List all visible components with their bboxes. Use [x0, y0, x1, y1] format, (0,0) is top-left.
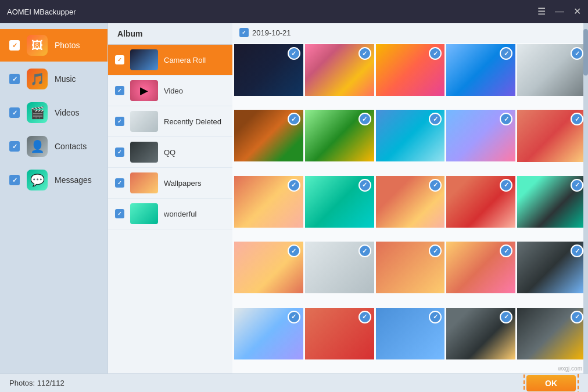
scrollbar[interactable]	[583, 23, 588, 373]
wonderful-thumbnail	[130, 203, 158, 224]
video-thumbnail: ▶	[130, 80, 158, 101]
photo-cell[interactable]: ✓	[376, 176, 445, 228]
camera-roll-label: Camera Roll	[164, 56, 225, 64]
photo-cell[interactable]: ✓	[305, 308, 374, 359]
photo-cell[interactable]: ✓	[376, 308, 445, 359]
recently-deleted-label: Recently Deleted	[164, 117, 225, 126]
recently-deleted-thumbnail	[130, 111, 158, 132]
photo-cell[interactable]: ✓	[376, 44, 445, 96]
videos-check-icon: ✓	[9, 107, 20, 118]
album-item-camera-roll[interactable]: ✓ Camera Roll	[108, 45, 232, 75]
music-app-icon: 🎵	[27, 69, 48, 89]
qq-thumbnail	[130, 142, 158, 163]
photo-cell[interactable]: ✓	[234, 44, 303, 96]
minimize-button[interactable]: —	[555, 7, 564, 16]
date-select-all-checkbox[interactable]: ✓	[239, 28, 249, 37]
album-item-wonderful[interactable]: ✓ wonderful	[108, 199, 232, 229]
photo-check-badge: ✓	[288, 244, 300, 257]
date-label: 2019-10-21	[252, 28, 291, 37]
photo-cell[interactable]: ✓	[234, 110, 303, 161]
photo-cell[interactable]: ✓	[517, 44, 586, 96]
album-item-wallpapers[interactable]: ✓ Wallpapers	[108, 168, 232, 199]
music-check-icon: ✓	[9, 74, 20, 84]
album-panel: Album ✓ Camera Roll ✓ ▶ Video	[107, 23, 232, 373]
ok-button-wrapper: OK	[524, 372, 579, 393]
wallpapers-label: Wallpapers	[164, 179, 225, 188]
sidebar-item-music[interactable]: ✓ 🎵 Music	[0, 63, 107, 95]
photo-check-badge: ✓	[358, 113, 371, 125]
photo-cell[interactable]: ✓	[305, 242, 374, 293]
title-bar: AOMEI MBackupper ☰ — ✕	[0, 0, 588, 23]
menu-icon[interactable]: ☰	[537, 7, 546, 16]
sidebar-item-contacts[interactable]: ✓ 👤 Contacts	[0, 130, 107, 163]
photo-cell[interactable]: ✓	[376, 242, 445, 293]
wallpapers-thumbnail	[130, 172, 158, 193]
photo-cell[interactable]: ✓	[234, 176, 303, 228]
photo-check-badge: ✓	[571, 47, 583, 60]
album-panel-header: Album	[108, 23, 232, 45]
status-bar: Photos: 112/112 OK	[0, 373, 588, 392]
photo-check-badge: ✓	[358, 311, 371, 323]
photo-check-badge: ✓	[500, 179, 512, 192]
sidebar-music-label: Music	[55, 74, 76, 84]
photos-check-icon: ✓	[9, 40, 20, 51]
title-bar-left: AOMEI MBackupper	[7, 8, 76, 16]
album-item-recently-deleted[interactable]: ✓ Recently Deleted	[108, 106, 232, 137]
photo-cell[interactable]: ✓	[376, 110, 445, 161]
photo-cell[interactable]: ✓	[446, 242, 515, 293]
photo-check-badge: ✓	[358, 244, 371, 257]
ok-button[interactable]: OK	[526, 375, 576, 391]
recently-deleted-checkbox: ✓	[115, 117, 124, 126]
photo-cell[interactable]: ✓	[305, 110, 374, 161]
sidebar-item-videos[interactable]: ✓ 🎬 Videos	[0, 96, 107, 129]
album-item-qq[interactable]: ✓ QQ	[108, 137, 232, 168]
scrollbar-thumb[interactable]	[583, 29, 588, 75]
photo-cell[interactable]: ✓	[446, 308, 515, 359]
qq-label: QQ	[164, 148, 225, 157]
photo-cell[interactable]: ✓	[517, 308, 586, 359]
date-header: ✓ 2019-10-21	[232, 23, 588, 42]
photo-cell[interactable]: ✓	[305, 44, 374, 96]
close-button[interactable]: ✕	[573, 7, 581, 16]
album-item-video[interactable]: ✓ ▶ Video	[108, 75, 232, 106]
photo-check-badge: ✓	[288, 47, 300, 60]
video-label: Video	[164, 87, 225, 95]
photo-cell[interactable]: ✓	[234, 308, 303, 359]
app-container: ✓ 🖼 Photos ✓ 🎵 Music ✓ 🎬 Videos	[0, 23, 588, 392]
videos-app-icon: 🎬	[27, 102, 48, 123]
photo-check-badge: ✓	[358, 47, 371, 60]
sidebar-contacts-label: Contacts	[55, 142, 87, 151]
photo-cell[interactable]: ✓	[517, 176, 586, 228]
sidebar-photos-label: Photos	[55, 41, 80, 50]
photo-cell[interactable]: ✓	[517, 110, 586, 161]
photo-cell[interactable]: ✓	[446, 110, 515, 161]
sidebar-item-messages[interactable]: ✓ 💬 Messages	[0, 164, 107, 196]
photos-app-icon: 🖼	[27, 35, 48, 56]
photo-grid-panel: ✓ 2019-10-21 ✓✓✓✓✓✓✓✓✓✓✓✓✓✓✓✓✓✓✓✓✓✓✓✓✓ w…	[232, 23, 588, 373]
photo-check-badge: ✓	[429, 311, 442, 323]
wonderful-checkbox: ✓	[115, 209, 124, 218]
wallpapers-checkbox: ✓	[115, 178, 124, 188]
contacts-check-icon: ✓	[9, 141, 20, 152]
photo-cell[interactable]: ✓	[517, 242, 586, 293]
photos-count: Photos: 112/112	[9, 379, 64, 387]
wonderful-label: wonderful	[164, 210, 225, 218]
photo-cell[interactable]: ✓	[305, 176, 374, 228]
video-checkbox: ✓	[115, 86, 124, 95]
app-title: AOMEI MBackupper	[7, 8, 76, 16]
photo-cell[interactable]: ✓	[234, 242, 303, 293]
window-controls: ☰ — ✕	[537, 7, 581, 16]
messages-app-icon: 💬	[27, 170, 48, 190]
photo-grid: ✓✓✓✓✓✓✓✓✓✓✓✓✓✓✓✓✓✓✓✓✓✓✓✓✓	[232, 42, 588, 373]
photo-check-badge: ✓	[571, 179, 583, 192]
sidebar-item-photos[interactable]: ✓ 🖼 Photos	[0, 29, 107, 62]
photo-check-badge: ✓	[288, 179, 300, 192]
qq-checkbox: ✓	[115, 148, 124, 157]
photo-cell[interactable]: ✓	[446, 176, 515, 228]
sidebar-messages-label: Messages	[55, 175, 92, 185]
sidebar-videos-label: Videos	[55, 108, 80, 117]
contacts-app-icon: 👤	[27, 136, 48, 157]
photo-check-badge: ✓	[571, 311, 583, 323]
photo-cell[interactable]: ✓	[446, 44, 515, 96]
photo-check-badge: ✓	[358, 179, 371, 192]
